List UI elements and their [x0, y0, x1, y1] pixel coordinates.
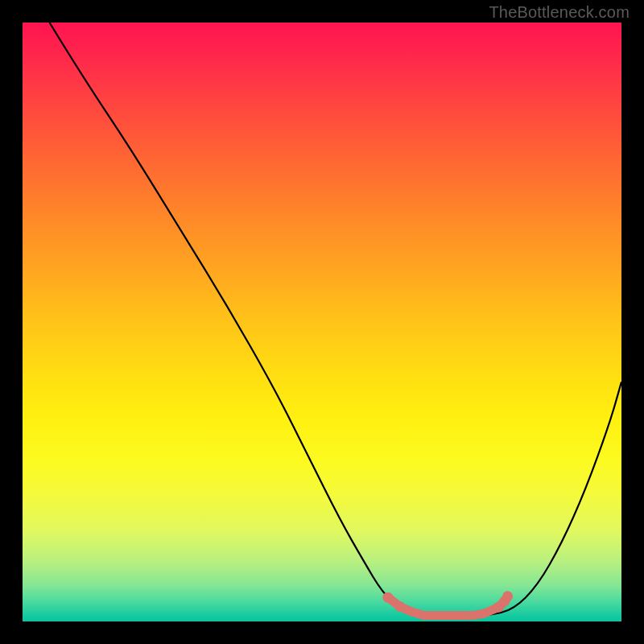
optimal-range-highlight-group	[382, 591, 513, 615]
optimal-range-dot	[382, 592, 393, 603]
bottleneck-curve-path	[49, 23, 621, 616]
plot-area	[23, 23, 621, 621]
chart-svg	[23, 23, 621, 621]
optimal-range-stroke	[388, 597, 508, 616]
watermark-text: TheBottleneck.com	[489, 3, 630, 22]
optimal-range-dot	[502, 591, 513, 601]
optimal-range-dot	[394, 601, 405, 612]
